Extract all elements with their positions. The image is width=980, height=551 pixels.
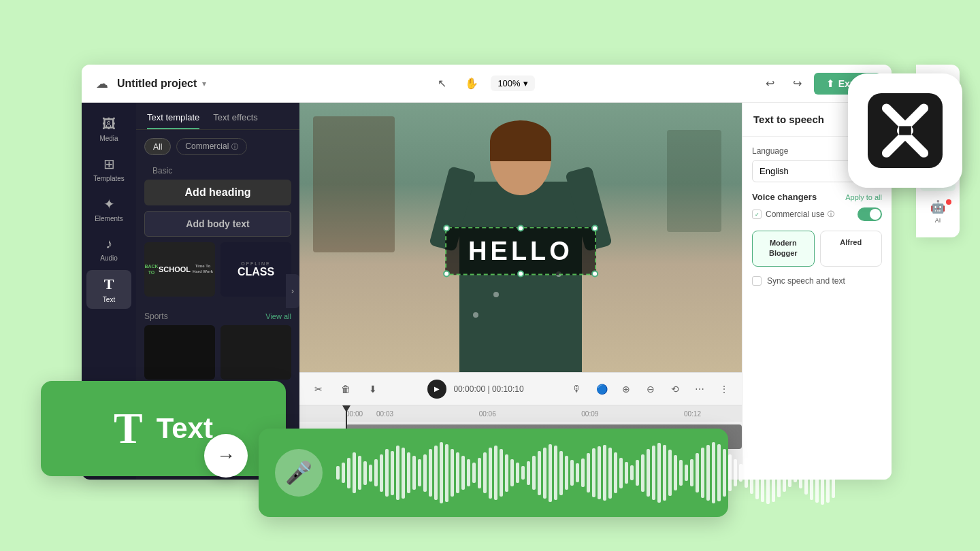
template-card-class[interactable]: OFFLINE CLASS <box>220 242 291 297</box>
commercial-label: Commercial use ⓘ <box>766 210 834 219</box>
panel-tabs: Text template Text effects <box>136 103 299 130</box>
wave-bar <box>619 458 623 488</box>
wave-bar <box>728 454 732 491</box>
dots-tool-button[interactable]: ⋮ <box>715 380 734 399</box>
zoom-control[interactable]: 100% ▾ <box>491 76 534 91</box>
wave-bar <box>614 452 617 493</box>
voice2-label: Alfred <box>826 238 877 246</box>
video-preview: HELLO <box>299 103 742 372</box>
cursor-tool-button[interactable]: ↖ <box>431 73 453 95</box>
cloud-icon[interactable]: ☁ <box>93 74 112 93</box>
rewind-tool-button[interactable]: ⟲ <box>666 380 685 399</box>
wave-bar <box>641 454 644 492</box>
voice-card-alfred[interactable]: Alfred <box>820 231 883 267</box>
wave-bar <box>429 449 432 497</box>
apply-all-link[interactable]: Apply to all <box>845 193 882 201</box>
arrow-circle-button[interactable]: → <box>204 434 248 478</box>
sidebar-item-media[interactable]: 🖼 Media <box>86 111 131 148</box>
sync-checkbox[interactable] <box>752 276 762 286</box>
minus-tool-button[interactable]: ⊖ <box>641 380 660 399</box>
sidebar-item-audio[interactable]: ♪ Audio <box>86 231 131 267</box>
handle-tl[interactable] <box>443 224 450 231</box>
add-heading-button[interactable]: Add heading <box>144 180 291 205</box>
wave-bar <box>696 453 699 492</box>
wave-bar <box>668 450 672 496</box>
sidebar-item-elements[interactable]: ✦ Elements <box>86 190 131 228</box>
timeline-download-button[interactable]: ⬇ <box>362 378 384 400</box>
wave-bar <box>353 452 356 493</box>
filter-all-button[interactable]: All <box>144 138 171 155</box>
wave-bar <box>739 464 742 482</box>
commercial-info-icon: ⓘ <box>828 210 834 219</box>
zoom-value: 100% <box>497 78 520 88</box>
wave-bar <box>821 441 824 505</box>
play-button[interactable]: ▶ <box>427 380 446 399</box>
capcut-logo <box>868 93 943 168</box>
tab-text-template[interactable]: Text template <box>147 112 199 129</box>
undo-button[interactable]: ↩ <box>760 73 781 95</box>
more-tool-button[interactable]: ⋯ <box>690 380 709 399</box>
commercial-toggle[interactable] <box>858 207 882 221</box>
wave-bar <box>369 465 372 482</box>
wave-bar <box>440 442 443 503</box>
mic-tool-button[interactable]: 🎙 <box>568 380 587 399</box>
voice1-label: ModernBlogger <box>758 238 808 259</box>
sync-row: Sync speech and text <box>752 276 882 286</box>
add-body-button[interactable]: Add body text <box>144 211 291 237</box>
waveform <box>336 446 835 500</box>
wave-bar <box>565 456 568 490</box>
sports-template-2[interactable] <box>220 325 291 380</box>
template-card-back-to-school[interactable]: BACK TO SCHOOL Time To Hard Work <box>144 242 215 297</box>
timeline-delete-button[interactable]: 🗑 <box>335 378 357 400</box>
panel-expand-button[interactable]: › <box>286 274 299 308</box>
sidebar-item-templates[interactable]: ⊞ Templates <box>86 150 131 188</box>
wave-bar <box>570 460 574 486</box>
sidebar-item-text[interactable]: T Text <box>86 270 131 309</box>
wave-bar <box>783 454 786 492</box>
view-all-link[interactable]: View all <box>265 312 291 320</box>
wave-bar <box>510 459 514 486</box>
handle-bm[interactable] <box>517 270 524 277</box>
wave-bar <box>374 459 378 486</box>
wave-bar <box>554 446 557 500</box>
handle-bl[interactable] <box>443 270 450 277</box>
wave-bar <box>483 452 487 493</box>
filter-commercial-button[interactable]: Commercial ⓘ <box>176 138 246 155</box>
floating-wave-card: 🎤 <box>259 429 728 517</box>
wave-bar <box>815 443 819 503</box>
commercial-checkbox[interactable]: ✓ <box>752 210 762 219</box>
wave-bar <box>451 449 454 497</box>
wave-bar <box>385 449 389 497</box>
mic-icon: 🎤 <box>285 460 312 486</box>
handle-tr[interactable] <box>591 224 598 231</box>
wave-bar <box>347 458 350 488</box>
zoom-chevron-icon: ▾ <box>523 78 528 88</box>
wave-bar <box>636 460 639 486</box>
timeline-cut-button[interactable]: ✂ <box>308 378 329 400</box>
tts-body: Language English ▾ Voice changers Apply … <box>742 137 892 480</box>
split-tool-button[interactable]: ⊕ <box>617 380 636 399</box>
top-bar-tools: ↖ ✋ 100% ▾ <box>214 73 751 95</box>
arrow-icon: → <box>216 445 235 467</box>
wave-bar <box>516 463 519 483</box>
wave-bar <box>745 458 748 488</box>
wave-bar <box>663 445 666 501</box>
hello-text-overlay[interactable]: HELLO <box>445 227 596 275</box>
wave-bar <box>478 458 481 488</box>
redo-button[interactable]: ↪ <box>787 73 808 95</box>
hand-tool-button[interactable]: ✋ <box>461 73 483 95</box>
wave-bar <box>445 444 448 502</box>
sticker-tool-button[interactable]: 🔵 <box>592 380 611 399</box>
elements-icon: ✦ <box>103 196 115 212</box>
ai-badge <box>946 199 951 205</box>
sports-template-1[interactable] <box>144 325 215 380</box>
handle-tm[interactable] <box>517 224 524 231</box>
wave-bar <box>592 448 595 497</box>
sync-label: Sync speech and text <box>767 276 845 286</box>
handle-br[interactable] <box>591 270 598 277</box>
tab-text-effects[interactable]: Text effects <box>213 112 258 129</box>
section-basic-title: Basic <box>144 161 291 180</box>
voice-card-modern-blogger[interactable]: ModernBlogger <box>752 231 815 267</box>
time-display: 00:00:00 | 00:10:10 <box>453 384 523 394</box>
strip-item-ai[interactable]: 🤖 AI <box>920 194 956 229</box>
